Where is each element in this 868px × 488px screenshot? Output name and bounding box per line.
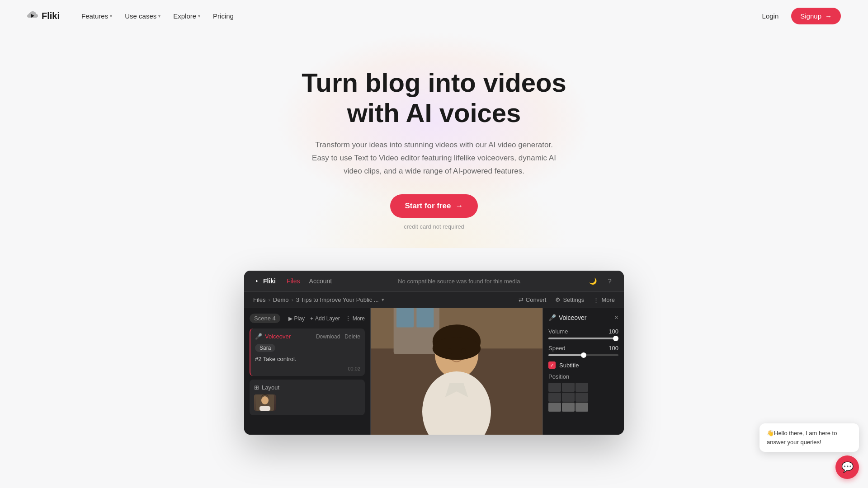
app-logo-icon	[253, 277, 260, 285]
settings-action[interactable]: ⚙ Settings	[555, 296, 584, 303]
delete-action[interactable]: Delete	[344, 333, 360, 340]
convert-icon: ⇄	[519, 296, 524, 303]
logo-text: Fliki	[42, 11, 60, 21]
cta-button[interactable]: Start for free →	[390, 194, 477, 218]
svg-point-13	[448, 348, 452, 354]
speed-slider[interactable]	[548, 354, 618, 356]
layout-block: ⊞ Layout	[250, 380, 365, 415]
app-media-message: No compatible source was found for this …	[398, 278, 522, 285]
breadcrumb-demo[interactable]: Demo	[273, 296, 289, 303]
breadcrumb-files[interactable]: Files	[253, 296, 265, 303]
nav-right: Login Signup →	[757, 8, 841, 24]
app-left-panel: Scene 4 ▶ Play + Add Layer ⋮ More	[244, 308, 371, 435]
help-icon[interactable]: ?	[605, 276, 615, 286]
svg-rect-8	[396, 308, 414, 327]
pos-cell-9[interactable]	[576, 403, 588, 412]
nav-pricing[interactable]: Pricing	[208, 9, 239, 23]
play-icon: ▶	[288, 315, 292, 322]
right-panel-header: 🎤 Voiceover ×	[548, 314, 618, 322]
pos-cell-7[interactable]	[548, 403, 561, 412]
microphone-icon: 🎤	[255, 333, 262, 340]
breadcrumb-sep-2: ›	[291, 296, 293, 303]
login-button[interactable]: Login	[757, 9, 784, 23]
pos-cell-5[interactable]	[562, 393, 575, 402]
speed-slider-thumb[interactable]	[581, 352, 586, 358]
volume-section: Volume 100	[548, 328, 618, 339]
settings-icon: ⚙	[555, 296, 561, 303]
svg-rect-9	[416, 308, 434, 327]
subtitle-checkbox[interactable]: ✓	[548, 361, 556, 369]
position-section: Position	[548, 373, 618, 412]
breadcrumb-path: Files › Demo › 3 Tips to Improve Your Pu…	[253, 296, 384, 303]
voiceover-block: 🎤 Voiceover Download Delete Sara #2 Take…	[250, 328, 365, 376]
svg-marker-1	[256, 280, 258, 282]
nav-explore[interactable]: Explore ▾	[168, 9, 206, 23]
svg-point-3	[261, 396, 269, 404]
logo-icon	[27, 10, 38, 21]
scene-header: Scene 4 ▶ Play + Add Layer ⋮ More	[250, 314, 365, 323]
svg-rect-4	[259, 406, 270, 411]
pos-cell-6[interactable]	[576, 393, 588, 402]
scene-more-icon: ⋮	[345, 315, 351, 322]
person-svg	[371, 308, 542, 435]
pos-cell-3[interactable]	[576, 383, 588, 392]
explore-chevron-icon: ▾	[198, 14, 200, 19]
play-action[interactable]: ▶ Play	[288, 315, 305, 322]
scene-more-action[interactable]: ⋮ More	[345, 315, 365, 322]
more-action[interactable]: ⋮ More	[593, 296, 615, 303]
speaker-tag: Sara	[255, 344, 275, 352]
layout-grid-icon: ⊞	[254, 384, 259, 391]
download-action[interactable]: Download	[316, 333, 340, 340]
pos-cell-4[interactable]	[548, 393, 561, 402]
app-nav-tabs: Files Account	[287, 277, 332, 285]
app-breadcrumb: Files › Demo › 3 Tips to Improve Your Pu…	[244, 292, 624, 308]
moon-icon[interactable]: 🌙	[588, 276, 598, 286]
voiceover-actions: Download Delete	[316, 333, 360, 340]
position-grid	[548, 383, 618, 412]
volume-slider-fill	[548, 338, 618, 339]
breadcrumb-project[interactable]: 3 Tips to Improve Your Public ...	[296, 296, 379, 303]
cta-arrow-icon: →	[456, 202, 463, 211]
close-panel-button[interactable]: ×	[614, 314, 618, 322]
voiceover-title: 🎤 Voiceover	[255, 333, 291, 340]
app-window: Fliki Files Account No compatible source…	[244, 271, 624, 435]
speed-value: 100	[609, 345, 618, 352]
app-tab-files[interactable]: Files	[287, 277, 300, 285]
volume-value: 100	[609, 328, 618, 335]
scene-actions: ▶ Play + Add Layer ⋮ More	[288, 315, 365, 322]
pos-cell-2[interactable]	[562, 383, 575, 392]
hero-section: Turn blog into videos with AI voices Tra…	[0, 32, 868, 248]
app-video-area	[371, 308, 542, 435]
voiceover-panel-icon: 🎤	[548, 314, 556, 321]
chat-widget: 👋Hello there, I am here to answer your q…	[760, 423, 859, 479]
signup-arrow-icon: →	[825, 12, 832, 20]
nav-usecases[interactable]: Use cases ▾	[119, 9, 166, 23]
voiceover-header: 🎤 Voiceover Download Delete	[255, 333, 360, 340]
subtitle-label: Subtitle	[559, 362, 579, 369]
pos-cell-1[interactable]	[548, 383, 561, 392]
volume-label-row: Volume 100	[548, 328, 618, 335]
video-person	[371, 308, 542, 435]
usecases-chevron-icon: ▾	[158, 14, 160, 19]
nav-features[interactable]: Features ▾	[76, 9, 118, 23]
speed-label-row: Speed 100	[548, 345, 618, 352]
breadcrumb-dropdown-icon[interactable]: ▾	[382, 297, 384, 303]
position-label: Position	[548, 373, 618, 380]
app-content: Scene 4 ▶ Play + Add Layer ⋮ More	[244, 308, 624, 435]
hero-subtitle: Transform your ideas into stunning video…	[312, 139, 556, 178]
logo[interactable]: Fliki	[27, 10, 60, 21]
signup-button[interactable]: Signup →	[791, 8, 841, 24]
svg-point-14	[461, 348, 466, 354]
chat-button[interactable]: 💬	[835, 455, 859, 479]
hero-content: Turn blog into videos with AI voices Tra…	[9, 68, 859, 230]
layout-thumbnail	[254, 394, 276, 411]
navbar: Fliki Features ▾ Use cases ▾ Explore ▾ P…	[0, 0, 868, 32]
pos-cell-8[interactable]	[562, 403, 575, 412]
add-layer-action[interactable]: + Add Layer	[310, 315, 340, 322]
app-tab-account[interactable]: Account	[309, 277, 332, 285]
voiceover-text: #2 Take control.	[255, 356, 360, 362]
scene-label: Scene 4	[250, 314, 280, 323]
volume-slider-thumb[interactable]	[613, 336, 618, 341]
volume-slider[interactable]	[548, 338, 618, 339]
convert-action[interactable]: ⇄ Convert	[519, 296, 547, 303]
